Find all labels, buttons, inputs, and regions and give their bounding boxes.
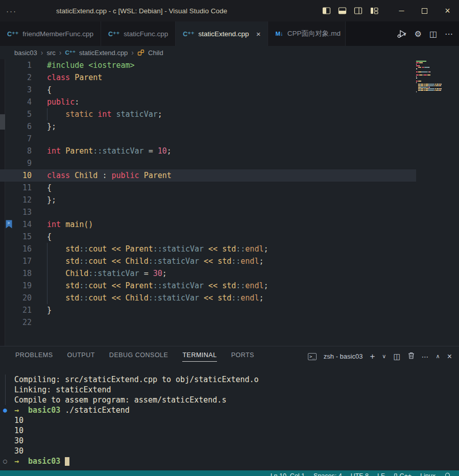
split-editor-icon[interactable]: ◫ <box>429 29 437 39</box>
status-item--c-[interactable]: {} C++ <box>394 472 412 476</box>
code-line[interactable]: 20 std::cout << Child::staticVar << std:… <box>0 292 459 304</box>
code-line[interactable]: 15{ <box>0 231 459 243</box>
minimap[interactable] <box>416 61 449 94</box>
toggle-primary-sidebar-icon[interactable] <box>322 7 331 15</box>
line-number[interactable]: 15 <box>0 231 32 243</box>
code-line[interactable]: 8int Parent::staticVar = 10; <box>0 145 459 157</box>
toggle-secondary-sidebar-icon[interactable] <box>354 7 363 15</box>
run-dropdown-icon[interactable]: ∨ <box>403 31 406 37</box>
vscode-window: ··· staticExtend.cpp - c [WSL: Debian] -… <box>0 0 459 476</box>
command-pending-decoration-icon[interactable]: ○ <box>3 456 7 466</box>
status-item-spaces-4[interactable]: Spaces: 4 <box>313 472 342 476</box>
line-number[interactable]: 22 <box>0 316 32 329</box>
line-number[interactable]: 14 <box>0 218 32 231</box>
code-line[interactable]: 9 <box>0 157 459 169</box>
status-item-utf-8[interactable]: UTF-8 <box>351 472 369 476</box>
minimap-line <box>416 85 449 86</box>
code-editor[interactable]: 1#include <iostream>2class Parent3{4publ… <box>0 59 459 346</box>
code-line[interactable]: 19 std::cout << Parent::staticVar << std… <box>0 280 459 292</box>
editor-tab-staticFunc.cpp[interactable]: C⁺⁺staticFunc.cpp <box>101 21 176 46</box>
status-item-lf[interactable]: LF <box>377 472 385 476</box>
status-item-ln-10-col-1[interactable]: Ln 10, Col 1 <box>271 472 305 476</box>
minimap-line <box>416 87 449 88</box>
panel-tab-ports[interactable]: PORTS <box>231 352 254 362</box>
terminal-dropdown-icon[interactable]: ∨ <box>382 353 386 360</box>
line-number[interactable]: 21 <box>0 304 32 316</box>
new-terminal-button[interactable]: + <box>370 352 375 362</box>
code-line[interactable]: 2class Parent <box>0 71 459 84</box>
panel-tab-terminal[interactable]: TERMINAL <box>182 352 216 362</box>
panel-tab-output[interactable]: OUTPUT <box>67 352 94 362</box>
editor-tab-CPP面向对象.md[interactable]: M↓CPP面向对象.md <box>268 21 346 46</box>
line-number[interactable]: 18 <box>0 267 32 280</box>
terminal-selector[interactable]: zsh - basic03 <box>324 353 363 360</box>
line-number[interactable]: 3 <box>0 84 32 96</box>
breadcrumb-item-basic03[interactable]: basic03 <box>14 49 37 57</box>
line-number[interactable]: 5 <box>0 108 32 120</box>
menu-more-icon[interactable]: ··· <box>0 7 17 15</box>
customize-layout-icon[interactable] <box>370 7 379 15</box>
code-line[interactable]: 18 Child::staticVar = 30; <box>0 267 459 280</box>
editor-tab-friendMemberFunc.cpp[interactable]: C⁺⁺friendMemberFunc.cpp <box>0 21 101 46</box>
panel-tab-problems[interactable]: PROBLEMS <box>15 352 53 362</box>
code-line[interactable]: 6}; <box>0 120 459 133</box>
line-number[interactable]: 2 <box>0 71 32 84</box>
line-number[interactable]: 16 <box>0 243 32 255</box>
command-output-decoration <box>5 385 6 395</box>
code-line[interactable]: 10class Child : public Parent <box>0 169 459 182</box>
line-number[interactable]: 13 <box>0 206 32 218</box>
line-number[interactable]: 9 <box>0 157 32 169</box>
breadcrumb-item-Child[interactable]: Child <box>148 49 163 57</box>
code-line[interactable]: 12}; <box>0 194 459 206</box>
more-actions-icon[interactable]: ⋯ <box>445 29 453 39</box>
line-number[interactable]: 7 <box>0 133 32 145</box>
line-number[interactable]: 1 <box>0 59 32 71</box>
close-window-button[interactable]: × <box>436 0 459 21</box>
code-line[interactable]: >14int main() <box>0 218 459 231</box>
settings-gear-icon[interactable]: ⚙ <box>415 29 422 39</box>
line-number[interactable]: 19 <box>0 280 32 292</box>
maximize-panel-icon[interactable]: ∧ <box>436 353 440 360</box>
cpp-file-icon: C⁺⁺ <box>65 49 76 56</box>
split-terminal-icon[interactable]: ◫ <box>393 352 400 361</box>
terminal-output[interactable]: Compiling: src/staticExtend.cpp to obj/s… <box>0 366 459 470</box>
minimize-button[interactable]: ─ <box>390 0 413 21</box>
line-number[interactable]: 8 <box>0 145 32 157</box>
code-line[interactable]: 13 <box>0 206 459 218</box>
close-tab-icon[interactable]: × <box>256 30 261 38</box>
notifications-bell-icon[interactable] <box>444 472 451 476</box>
line-number[interactable]: 17 <box>0 255 32 267</box>
code-line[interactable]: 22 <box>0 316 459 329</box>
panel-more-actions-icon[interactable]: ⋯ <box>422 353 429 361</box>
toggle-panel-icon[interactable] <box>338 7 347 15</box>
code-line[interactable]: 7 <box>0 133 459 145</box>
breadcrumb-item-src[interactable]: src <box>46 49 55 57</box>
maximize-button[interactable] <box>413 0 436 21</box>
minimap-line <box>416 71 449 72</box>
run-debug-button[interactable]: ∨ <box>396 29 406 39</box>
code-line[interactable]: 5 static int staticVar; <box>0 108 459 120</box>
status-item-linux[interactable]: Linux <box>420 472 436 476</box>
code-line[interactable]: 4public: <box>0 96 459 108</box>
code-line[interactable]: 1#include <iostream> <box>0 59 459 71</box>
breadcrumb-item-staticExtend.cpp[interactable]: staticExtend.cpp <box>79 49 128 57</box>
line-number[interactable]: 4 <box>0 96 32 108</box>
line-number[interactable]: 6 <box>0 120 32 133</box>
tab-label: staticFunc.cpp <box>124 30 168 38</box>
line-number[interactable]: 11 <box>0 182 32 194</box>
code-line[interactable]: 16 std::cout << Parent::staticVar << std… <box>0 243 459 255</box>
code-line[interactable]: 11{ <box>0 182 459 194</box>
code-line[interactable]: 21} <box>0 304 459 316</box>
kill-terminal-icon[interactable] <box>408 352 415 361</box>
terminal-output-line: Compile to assem program: assem/staticEx… <box>14 395 459 405</box>
panel-tab-debug-console[interactable]: DEBUG CONSOLE <box>109 352 168 362</box>
line-number[interactable]: 20 <box>0 292 32 304</box>
code-line[interactable]: 3{ <box>0 84 459 96</box>
code-text: std::cout << Child::staticVar << std::en… <box>47 292 263 304</box>
code-line[interactable]: 17 std::cout << Child::staticVar << std:… <box>0 255 459 267</box>
line-number[interactable]: 12 <box>0 194 32 206</box>
editor-tab-staticExtend.cpp[interactable]: C⁺⁺staticExtend.cpp× <box>176 21 268 46</box>
line-number[interactable]: 10 <box>0 169 32 182</box>
command-success-decoration-icon[interactable]: ● <box>3 405 7 415</box>
close-panel-icon[interactable]: × <box>447 352 452 361</box>
